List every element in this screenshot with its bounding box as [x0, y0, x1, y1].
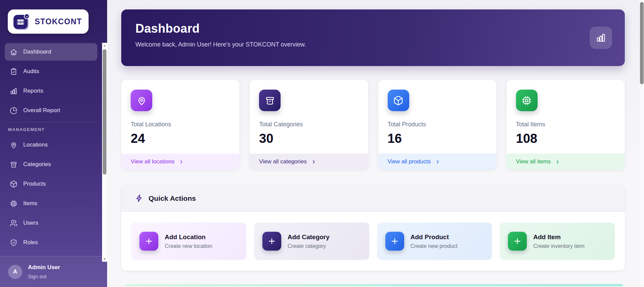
sidebar-item-label: Reports	[23, 88, 43, 94]
stat-label: Total Items	[516, 121, 615, 128]
scroll-up-arrow[interactable]: ▲	[102, 43, 107, 48]
user-name: Admin User	[28, 264, 60, 271]
sidebar-item-audits[interactable]: Audits	[5, 63, 97, 80]
page-scrollbar[interactable]	[639, 0, 644, 287]
view-all-products-link[interactable]: View all products	[378, 154, 496, 170]
sidebar-item-label: Roles	[23, 239, 38, 246]
action-subtitle: Create category	[288, 243, 330, 249]
sidebar-item-reports[interactable]: Reports	[5, 82, 97, 100]
stat-value: 24	[131, 131, 230, 146]
archive-icon	[259, 90, 281, 111]
management-section-label: MANAGEMENT	[0, 126, 102, 136]
link-label: View all items	[516, 158, 551, 165]
action-subtitle: Create inventory item	[533, 243, 584, 249]
stat-card-items: Total Items 108 View all items	[507, 80, 625, 170]
sidebar-item-label: Audits	[23, 68, 39, 75]
stats-row: Total Locations 24 View all locations To…	[121, 80, 625, 170]
pie-chart-icon	[10, 107, 18, 115]
view-all-categories-link[interactable]: View all categories	[250, 154, 368, 170]
chevron-right-icon	[555, 159, 560, 165]
banner-chart-chip	[590, 27, 612, 49]
stat-label: Total Categories	[259, 121, 358, 128]
view-all-items-link[interactable]: View all items	[507, 154, 625, 170]
clipboard-check-icon	[10, 68, 18, 75]
sidebar-item-locations[interactable]: Locations	[5, 136, 97, 154]
sidebar-divider	[5, 122, 97, 122]
sidebar-item-dashboard[interactable]: Dashboard	[5, 43, 97, 61]
action-subtitle: Create new product	[411, 243, 458, 249]
sidebar-item-items[interactable]: Items	[5, 195, 97, 212]
next-section-top-edge	[125, 284, 623, 286]
sidebar-item-products[interactable]: Products	[5, 175, 97, 193]
user-footer: A Admin User Sign out	[0, 256, 107, 287]
stat-card-categories: Total Categories 30 View all categories	[250, 80, 368, 170]
sidebar-nav: Dashboard Audits Reports Overall Report …	[0, 43, 102, 253]
chevron-right-icon	[311, 159, 317, 165]
action-title: Add Location	[165, 233, 212, 241]
plus-icon	[385, 232, 404, 251]
plus-icon	[262, 232, 281, 251]
action-title: Add Product	[411, 233, 458, 241]
users-icon	[10, 219, 18, 227]
quick-actions-body: Add Location Create new location Add Cat…	[121, 212, 625, 270]
stat-label: Total Locations	[131, 121, 230, 128]
stat-card-products: Total Products 16 View all products	[378, 80, 496, 170]
cube-icon	[388, 90, 409, 111]
plus-icon	[139, 232, 158, 251]
plus-icon	[508, 232, 527, 251]
welcome-subtitle: Welcome back, Admin User! Here's your ST…	[135, 41, 611, 48]
add-product-button[interactable]: Add Product Create new product	[377, 223, 492, 260]
link-label: View all categories	[259, 158, 307, 165]
page-scrollbar-thumb[interactable]	[640, 2, 644, 84]
sidebar-item-label: Locations	[23, 141, 48, 148]
sidebar-item-overall-report[interactable]: Overall Report	[5, 102, 97, 119]
map-pin-icon	[131, 90, 152, 111]
sidebar-item-categories[interactable]: Categories	[5, 156, 97, 173]
bar-chart-icon	[596, 33, 606, 43]
page-title: Dashboard	[135, 22, 611, 36]
link-label: View all products	[388, 158, 431, 165]
action-title: Add Category	[288, 233, 330, 241]
add-location-button[interactable]: Add Location Create new location	[131, 223, 246, 260]
shield-check-icon	[10, 239, 18, 247]
stat-value: 108	[516, 131, 615, 146]
cpu-icon	[516, 90, 538, 111]
chevron-right-icon	[435, 159, 441, 165]
stat-card-locations: Total Locations 24 View all locations	[121, 80, 239, 170]
chevron-right-icon	[179, 159, 184, 165]
stat-value: 30	[259, 131, 358, 146]
sidebar-item-label: Users	[23, 220, 38, 226]
dashboard-banner: Dashboard Welcome back, Admin User! Here…	[121, 9, 625, 66]
sidebar-scrollbar-thumb[interactable]	[103, 49, 106, 174]
sidebar-item-label: Items	[23, 200, 37, 207]
check-badge-icon	[24, 13, 30, 19]
app-title: STOKCONT	[35, 17, 82, 26]
quick-actions-panel: Quick Actions Add Location Create new lo…	[121, 185, 625, 270]
app-logo[interactable]: STOKCONT	[8, 9, 89, 34]
link-label: View all locations	[131, 158, 174, 165]
quick-actions-header: Quick Actions	[121, 185, 625, 212]
archive-icon	[10, 161, 18, 168]
sidebar-item-label: Categories	[23, 161, 51, 168]
scroll-down-arrow[interactable]: ▼	[102, 256, 107, 262]
sidebar-item-label: Overall Report	[23, 107, 60, 114]
add-category-button[interactable]: Add Category Create category	[254, 223, 369, 260]
sidebar-item-label: Dashboard	[23, 49, 51, 55]
cube-icon	[10, 180, 18, 188]
sidebar: STOKCONT Dashboard Audits Reports Overal…	[0, 0, 107, 287]
sidebar-item-label: Products	[23, 181, 46, 187]
action-title: Add Item	[533, 233, 584, 241]
main-content: Dashboard Welcome back, Admin User! Here…	[107, 0, 644, 287]
quick-actions-title: Quick Actions	[149, 194, 196, 202]
sidebar-scrollbar[interactable]: ▲ ▼	[102, 43, 107, 262]
lightning-icon	[135, 194, 143, 202]
sidebar-item-users[interactable]: Users	[5, 214, 97, 232]
avatar: A	[8, 265, 22, 279]
action-subtitle: Create new location	[165, 243, 212, 249]
sign-out-link[interactable]: Sign out	[28, 274, 60, 279]
sidebar-item-roles[interactable]: Roles	[5, 234, 97, 251]
view-all-locations-link[interactable]: View all locations	[121, 154, 239, 170]
add-item-button[interactable]: Add Item Create inventory item	[500, 223, 615, 260]
stokcont-logo-icon	[13, 13, 30, 30]
bar-chart-icon	[10, 87, 18, 95]
